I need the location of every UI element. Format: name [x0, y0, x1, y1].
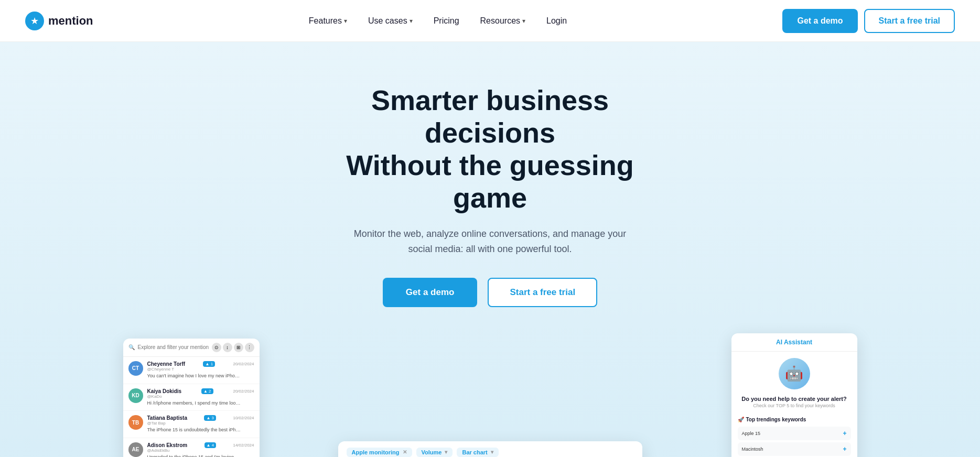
mention-text: Hi /r/iphone members, I spend my time lo… — [147, 400, 242, 407]
chevron-down-icon: ▾ — [344, 17, 347, 25]
chevron-down-icon: ▾ — [410, 17, 413, 25]
mention-avatar: TB — [128, 415, 143, 430]
mention-date: 20/02/2024 — [233, 362, 254, 366]
mentions-search-bar: 🔍 ⊙ ↕ ⊞ ⋮ — [123, 339, 260, 357]
mentions-search-input[interactable] — [138, 344, 209, 350]
mention-text: The iPhone 15 is undoubtedly the best iP… — [147, 427, 242, 433]
grid-icon[interactable]: ⊞ — [234, 343, 243, 352]
mention-handle: @Tat Bap — [147, 421, 254, 426]
mention-badge: ▲ 1 — [203, 361, 215, 367]
chevron-down-icon: ▾ — [522, 17, 525, 25]
nav-login[interactable]: Login — [538, 12, 575, 30]
trending-title: 🚀 Top trendings keywords — [738, 417, 851, 422]
add-keyword-icon[interactable]: + — [843, 445, 846, 453]
chevron-down-icon[interactable]: ▾ — [445, 449, 447, 455]
logo-icon: ★ — [25, 12, 44, 30]
mention-name: Adison Ekstrom — [147, 442, 188, 448]
hero-buttons: Get a demo Start a free trial — [307, 278, 674, 307]
chart-tag-type[interactable]: Bar chart ▾ — [457, 448, 498, 457]
chart-tag-monitoring[interactable]: Apple monitoring ✕ — [347, 448, 412, 457]
mentions-list: CT Cheyenne Torff ▲ 1 20/02/2024 @Cheyen… — [123, 357, 260, 457]
filter-icon[interactable]: ⊙ — [212, 343, 221, 352]
trending-keyword-item[interactable]: Macintosh + — [738, 442, 851, 456]
mention-text: You can't imagine how I love my new iPho… — [147, 373, 242, 379]
mention-name: Cheyenne Torff — [147, 361, 186, 367]
mention-content: Tatiana Baptista ▲ 3 10/02/2024 @Tat Bap… — [147, 415, 254, 433]
navbar: ★ mention Features ▾ Use cases ▾ Pricing… — [0, 0, 980, 42]
nav-pricing[interactable]: Pricing — [425, 12, 468, 30]
ai-help-text: Do you need help to create your alert? C… — [731, 396, 857, 412]
mention-name: Tatiana Baptista — [147, 415, 188, 421]
robot-illustration: 🤖 — [731, 352, 857, 396]
sort-icon[interactable]: ↕ — [223, 343, 232, 352]
mention-item: TB Tatiana Baptista ▲ 3 10/02/2024 @Tat … — [123, 411, 260, 438]
hero-demo-button[interactable]: Get a demo — [383, 278, 478, 307]
hero-title: Smarter business decisions Without the g… — [307, 84, 674, 214]
mention-handle: @KaDo — [147, 394, 254, 399]
nav-actions: Get a demo Start a free trial — [782, 9, 955, 33]
mention-handle: @AdisEkBu — [147, 448, 254, 453]
chart-panel: Apple monitoring ✕ Volume ▾ Bar chart ▾ … — [338, 441, 642, 457]
ai-assistant-header: AI Assistant — [731, 333, 857, 352]
hero-trial-button[interactable]: Start a free trial — [488, 278, 597, 307]
mention-item: AE Adison Ekstrom ▲ 4 14/02/2024 @AdisEk… — [123, 438, 260, 457]
logo[interactable]: ★ mention — [25, 12, 93, 30]
mention-date: 20/02/2024 — [233, 389, 254, 394]
trending-list: Apple 15 + Macintosh + Smartphone + AirP… — [738, 427, 851, 457]
nav-resources[interactable]: Resources ▾ — [472, 12, 534, 30]
chart-tag-volume[interactable]: Volume ▾ — [416, 448, 453, 457]
nav-usecases[interactable]: Use cases ▾ — [360, 12, 421, 30]
mention-badge: ▲ 4 — [204, 442, 217, 448]
mention-item: CT Cheyenne Torff ▲ 1 20/02/2024 @Cheyen… — [123, 357, 260, 384]
more-icon[interactable]: ⋮ — [245, 343, 254, 352]
logo-text: mention — [48, 14, 93, 28]
trending-keyword-text: Macintosh — [742, 447, 763, 452]
mention-content: Kaiya Dokidis ▲ 2 20/02/2024 @KaDo Hi /r… — [147, 388, 254, 407]
ai-assistant-panel: AI Assistant 🤖 Do you need help to creat… — [731, 333, 857, 457]
hero-subtitle: Monitor the web, analyze online conversa… — [354, 226, 627, 257]
trending-keywords: 🚀 Top trendings keywords Apple 15 + Maci… — [731, 412, 857, 457]
mention-text: Upgraded to the iPhone 15 and I'm loving… — [147, 454, 242, 457]
mention-name: Kaiya Dokidis — [147, 388, 182, 394]
mentions-panel: 🔍 ⊙ ↕ ⊞ ⋮ CT Cheyenne Torff ▲ 1 20/02/20… — [123, 339, 260, 457]
remove-tag-icon[interactable]: ✕ — [403, 449, 407, 455]
mention-avatar: AE — [128, 442, 143, 457]
mention-date: 14/02/2024 — [233, 443, 254, 448]
chevron-down-icon[interactable]: ▾ — [491, 449, 493, 455]
mention-badge: ▲ 2 — [201, 388, 213, 394]
mention-date: 10/02/2024 — [233, 416, 254, 420]
trending-keyword-item[interactable]: Apple 15 + — [738, 427, 851, 440]
start-trial-button[interactable]: Start a free trial — [864, 9, 955, 33]
hero-panels: 🔍 ⊙ ↕ ⊞ ⋮ CT Cheyenne Torff ▲ 1 20/02/20… — [123, 328, 857, 457]
trending-keyword-text: Apple 15 — [742, 431, 761, 436]
hero-text: Smarter business decisions Without the g… — [307, 84, 674, 307]
nav-links: Features ▾ Use cases ▾ Pricing Resources… — [300, 12, 575, 30]
mention-item: KD Kaiya Dokidis ▲ 2 20/02/2024 @KaDo Hi… — [123, 384, 260, 411]
hero-section: Smarter business decisions Without the g… — [0, 42, 980, 457]
nav-features[interactable]: Features ▾ — [300, 12, 356, 30]
get-demo-button[interactable]: Get a demo — [782, 9, 857, 33]
mention-handle: @Cheyenne T — [147, 367, 254, 372]
add-keyword-icon[interactable]: + — [843, 430, 846, 437]
mention-content: Cheyenne Torff ▲ 1 20/02/2024 @Cheyenne … — [147, 361, 254, 379]
mention-content: Adison Ekstrom ▲ 4 14/02/2024 @AdisEkBu … — [147, 442, 254, 457]
mention-avatar: CT — [128, 361, 143, 376]
mention-badge: ▲ 3 — [204, 415, 216, 421]
chart-header: Apple monitoring ✕ Volume ▾ Bar chart ▾ — [338, 441, 642, 457]
mention-avatar: KD — [128, 388, 143, 403]
